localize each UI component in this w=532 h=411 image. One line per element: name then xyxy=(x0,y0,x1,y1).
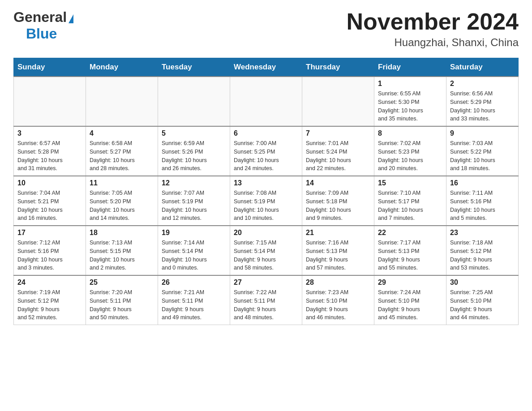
day-info-line: Daylight: 9 hours xyxy=(450,256,515,264)
page-header: General Blue November 2024 Huangzhai, Sh… xyxy=(13,9,519,49)
day-info-line: Sunset: 5:23 PM xyxy=(378,148,442,156)
day-number: 18 xyxy=(90,229,154,237)
day-info: Sunrise: 6:58 AMSunset: 5:27 PMDaylight:… xyxy=(90,139,154,173)
day-info-line: Daylight: 9 hours xyxy=(90,305,154,314)
day-info-line: and 31 minutes. xyxy=(17,164,82,173)
day-info: Sunrise: 6:56 AMSunset: 5:29 PMDaylight:… xyxy=(450,90,515,123)
day-info-line: Sunrise: 7:18 AM xyxy=(450,239,515,247)
week-row-3: 10Sunrise: 7:04 AMSunset: 5:21 PMDayligh… xyxy=(14,176,519,226)
day-number: 17 xyxy=(17,229,82,237)
table-row xyxy=(14,77,86,126)
table-row: 27Sunrise: 7:22 AMSunset: 5:11 PMDayligh… xyxy=(230,275,302,325)
day-info: Sunrise: 7:07 AMSunset: 5:19 PMDaylight:… xyxy=(162,189,226,223)
day-info-line: Sunrise: 7:03 AM xyxy=(450,139,515,148)
header-tuesday: Tuesday xyxy=(158,58,230,77)
day-info-line: and 57 minutes. xyxy=(306,264,370,272)
day-info-line: Sunrise: 7:22 AM xyxy=(234,288,298,297)
day-info-line: Sunrise: 7:16 AM xyxy=(306,239,370,247)
day-info-line: Sunset: 5:10 PM xyxy=(450,297,515,305)
day-info-line: Sunset: 5:28 PM xyxy=(17,148,82,156)
day-info-line: Sunset: 5:26 PM xyxy=(162,148,226,156)
table-row: 22Sunrise: 7:17 AMSunset: 5:13 PMDayligh… xyxy=(374,226,446,275)
day-info-line: and 7 minutes. xyxy=(378,214,442,223)
day-info: Sunrise: 7:04 AMSunset: 5:21 PMDaylight:… xyxy=(17,189,82,223)
day-info: Sunrise: 7:02 AMSunset: 5:23 PMDaylight:… xyxy=(378,139,442,173)
day-info-line: Daylight: 9 hours xyxy=(450,305,515,314)
table-row: 30Sunrise: 7:25 AMSunset: 5:10 PMDayligh… xyxy=(446,275,519,325)
day-info-line: Sunset: 5:12 PM xyxy=(450,247,515,256)
day-info-line: Daylight: 10 hours xyxy=(162,156,226,165)
day-info-line: Daylight: 9 hours xyxy=(17,305,82,314)
day-info-line: and 2 minutes. xyxy=(90,264,154,272)
day-info-line: Sunrise: 7:25 AM xyxy=(450,288,515,297)
day-info-line: Daylight: 10 hours xyxy=(234,206,298,214)
day-info-line: Sunset: 5:14 PM xyxy=(162,247,226,256)
header-wednesday: Wednesday xyxy=(230,58,302,77)
day-info-line: Daylight: 10 hours xyxy=(306,156,370,165)
day-info-line: Sunrise: 7:14 AM xyxy=(162,239,226,247)
day-info: Sunrise: 7:15 AMSunset: 5:14 PMDaylight:… xyxy=(234,239,298,272)
day-info: Sunrise: 7:05 AMSunset: 5:20 PMDaylight:… xyxy=(90,189,154,223)
day-info-line: Sunrise: 7:01 AM xyxy=(306,139,370,148)
day-number: 26 xyxy=(162,278,226,287)
table-row xyxy=(86,77,158,126)
day-info-line: and 14 minutes. xyxy=(90,214,154,223)
day-info-line: Daylight: 10 hours xyxy=(234,156,298,165)
day-info-line: and 0 minutes. xyxy=(162,264,226,272)
day-info: Sunrise: 7:17 AMSunset: 5:13 PMDaylight:… xyxy=(378,239,442,272)
day-info-line: and 18 minutes. xyxy=(450,164,515,173)
table-row: 12Sunrise: 7:07 AMSunset: 5:19 PMDayligh… xyxy=(158,176,230,226)
day-number: 20 xyxy=(234,229,298,237)
day-info-line: Sunset: 5:16 PM xyxy=(17,247,82,256)
day-info: Sunrise: 7:20 AMSunset: 5:11 PMDaylight:… xyxy=(90,288,154,322)
table-row: 5Sunrise: 6:59 AMSunset: 5:26 PMDaylight… xyxy=(158,126,230,176)
day-info-line: Daylight: 9 hours xyxy=(306,305,370,314)
day-info-line: Sunrise: 7:02 AM xyxy=(378,139,442,148)
day-info-line: Sunset: 5:12 PM xyxy=(17,297,82,305)
day-info-line: and 48 minutes. xyxy=(234,313,298,322)
day-info-line: Sunset: 5:11 PM xyxy=(162,297,226,305)
day-number: 3 xyxy=(17,129,82,137)
day-number: 24 xyxy=(17,278,82,287)
table-row: 4Sunrise: 6:58 AMSunset: 5:27 PMDaylight… xyxy=(86,126,158,176)
day-info-line: Daylight: 10 hours xyxy=(378,156,442,165)
table-row: 24Sunrise: 7:19 AMSunset: 5:12 PMDayligh… xyxy=(14,275,86,325)
table-row: 15Sunrise: 7:10 AMSunset: 5:17 PMDayligh… xyxy=(374,176,446,226)
day-info-line: Daylight: 9 hours xyxy=(162,305,226,314)
day-info-line: Sunset: 5:16 PM xyxy=(450,197,515,206)
table-row: 3Sunrise: 6:57 AMSunset: 5:28 PMDaylight… xyxy=(14,126,86,176)
day-info-line: Daylight: 10 hours xyxy=(162,206,226,214)
day-info-line: and 46 minutes. xyxy=(306,313,370,322)
day-number: 19 xyxy=(162,229,226,237)
day-info: Sunrise: 6:59 AMSunset: 5:26 PMDaylight:… xyxy=(162,139,226,173)
day-info-line: Daylight: 10 hours xyxy=(90,156,154,165)
day-info-line: Daylight: 9 hours xyxy=(378,256,442,264)
table-row xyxy=(230,77,302,126)
day-info-line: Sunset: 5:19 PM xyxy=(162,197,226,206)
day-info: Sunrise: 7:01 AMSunset: 5:24 PMDaylight:… xyxy=(306,139,370,173)
day-number: 5 xyxy=(162,129,226,137)
day-info-line: and 12 minutes. xyxy=(162,214,226,223)
day-number: 9 xyxy=(450,129,515,137)
day-info-line: and 28 minutes. xyxy=(90,164,154,173)
day-info-line: Daylight: 10 hours xyxy=(450,156,515,165)
week-row-2: 3Sunrise: 6:57 AMSunset: 5:28 PMDaylight… xyxy=(14,126,519,176)
day-info-line: and 3 minutes. xyxy=(17,264,82,272)
day-info-line: and 55 minutes. xyxy=(378,264,442,272)
day-info-line: Sunrise: 7:21 AM xyxy=(162,288,226,297)
day-info: Sunrise: 7:11 AMSunset: 5:16 PMDaylight:… xyxy=(450,189,515,223)
day-info: Sunrise: 7:00 AMSunset: 5:25 PMDaylight:… xyxy=(234,139,298,173)
day-info-line: and 50 minutes. xyxy=(90,313,154,322)
day-info: Sunrise: 7:08 AMSunset: 5:19 PMDaylight:… xyxy=(234,189,298,223)
day-info-line: Daylight: 10 hours xyxy=(90,256,154,264)
day-info-line: Daylight: 10 hours xyxy=(450,107,515,115)
table-row: 26Sunrise: 7:21 AMSunset: 5:11 PMDayligh… xyxy=(158,275,230,325)
table-row: 21Sunrise: 7:16 AMSunset: 5:13 PMDayligh… xyxy=(302,226,374,275)
day-number: 25 xyxy=(90,278,154,287)
day-info-line: and 24 minutes. xyxy=(234,164,298,173)
day-info-line: Sunset: 5:19 PM xyxy=(234,197,298,206)
table-row: 7Sunrise: 7:01 AMSunset: 5:24 PMDaylight… xyxy=(302,126,374,176)
day-number: 11 xyxy=(90,179,154,187)
day-number: 12 xyxy=(162,179,226,187)
table-row: 10Sunrise: 7:04 AMSunset: 5:21 PMDayligh… xyxy=(14,176,86,226)
